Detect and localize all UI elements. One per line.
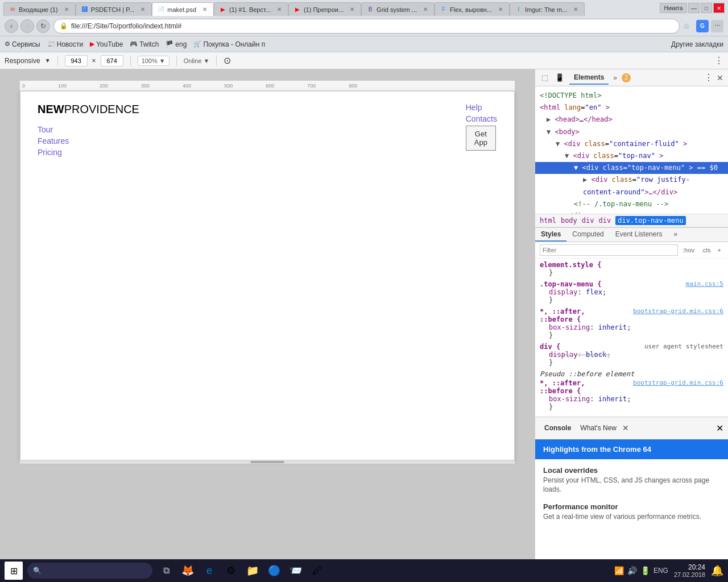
dom-line[interactable]: ▶ <head>…</head>	[535, 114, 728, 126]
tab-close-button[interactable]: ✕	[572, 6, 580, 14]
nav-link-help[interactable]: Help	[466, 103, 482, 112]
browser-tab-flex[interactable]: FFlex, выровн...✕	[435, 2, 510, 16]
browser-tab-gmail[interactable]: ✉Входящие (1)✕	[3, 2, 76, 16]
browser-tab-psdetch[interactable]: 🅿PSDETCH | P...✕	[76, 2, 152, 16]
dom-line[interactable]: ▼ <body>	[535, 126, 728, 138]
bookmark-services[interactable]: ⚙ Сервисы	[5, 40, 40, 48]
taskbar-app-chrome[interactable]: 🔵	[265, 562, 283, 580]
close-whats-new[interactable]: ✕	[622, 423, 629, 433]
taskbar-app-settings[interactable]: ⚙	[222, 562, 240, 580]
styles-filter-input[interactable]	[540, 244, 678, 256]
browser-tab-maket[interactable]: 📄maket.psd✕	[152, 2, 214, 16]
whats-new-tab[interactable]: What's New	[576, 422, 621, 434]
style-close-brace: }	[540, 331, 723, 339]
taskbar-app-files[interactable]: 📁	[243, 562, 262, 580]
bookmark-shop[interactable]: 🛒 Покупка - Онлайн п	[193, 40, 265, 48]
url-bar[interactable]: 🔒 file:///E:/Site/To/portfolio/indext.ht…	[53, 19, 680, 34]
breadcrumb-div1[interactable]: div	[582, 217, 594, 225]
tab-elements[interactable]: Elements	[569, 71, 609, 85]
network-icon[interactable]: 📶	[614, 566, 624, 575]
taskbar-search[interactable]: 🔍	[27, 563, 152, 579]
dom-line[interactable]: ▶ <div class="row justify-	[535, 174, 728, 186]
width-input[interactable]	[65, 55, 88, 66]
dom-line[interactable]: ▼ <div class="container-fluid" >	[535, 138, 728, 150]
bookmark-twitch[interactable]: 🎮 Twitch	[130, 40, 159, 48]
notifications-button[interactable]: 🔔	[711, 564, 723, 577]
close-bottom-panel[interactable]: ✕	[716, 423, 723, 434]
taskbar-time[interactable]: 20:24 27.02.2018	[674, 563, 705, 578]
scroll-handle[interactable]	[250, 461, 284, 463]
filter-add[interactable]: +	[715, 246, 723, 254]
console-tab[interactable]: Console	[540, 422, 576, 434]
styles-tab-event-listeners[interactable]: Event Listeners	[610, 228, 668, 242]
nav-link-contacts[interactable]: Contacts	[466, 114, 497, 123]
devtools-close-button[interactable]: ✕	[717, 73, 723, 82]
bookmark-eng[interactable]: 🏴 eng	[166, 40, 187, 48]
throttle-button[interactable]: Online ▼	[184, 57, 210, 64]
tab-close-button[interactable]: ✕	[63, 6, 71, 14]
tab-close-button[interactable]: ✕	[421, 6, 429, 14]
filter-hov[interactable]: :hov	[680, 246, 697, 254]
dom-line[interactable]: <!DOCTYPE html>	[535, 90, 728, 102]
dom-line[interactable]: content-around">…</div>	[535, 186, 728, 198]
dom-line-selected[interactable]: ▼ <div class="top-nav-menu" > == $0	[535, 162, 728, 174]
more-options-button[interactable]: ⋮	[714, 55, 723, 66]
browser-tab-imgur[interactable]: IImgur: The m...✕	[510, 2, 585, 16]
height-input[interactable]	[101, 55, 123, 66]
dom-line[interactable]: <html lang="en" >	[535, 102, 728, 114]
inspect-icon[interactable]: ⬚	[540, 73, 550, 83]
back-button[interactable]: ‹	[5, 19, 18, 33]
ext-icon-1[interactable]: G	[696, 20, 709, 32]
nav-link-tour[interactable]: Tour	[38, 125, 139, 134]
responsive-dropdown-icon[interactable]: ▼	[45, 57, 51, 64]
start-button[interactable]: ⊞	[5, 562, 23, 580]
tab-close-button[interactable]: ✕	[201, 6, 209, 14]
forward-button[interactable]: ›	[20, 19, 34, 33]
nav-link-features[interactable]: Features	[38, 136, 139, 146]
taskbar-app-edge[interactable]: e	[200, 562, 218, 580]
taskbar-app-telegram[interactable]: 📨	[287, 562, 305, 580]
sound-icon[interactable]: 🔊	[627, 566, 637, 575]
devtools-more-button[interactable]: ⋮	[704, 72, 713, 83]
browser-tab-youtube1[interactable]: ▶(1) #1. Верст...✕	[214, 2, 288, 16]
dom-line[interactable]: ▼ <div class="top-nav" >	[535, 150, 728, 162]
more-tabs-button[interactable]: »	[613, 74, 617, 82]
lang-indicator[interactable]: ENG	[653, 567, 668, 575]
win-restore[interactable]: □	[701, 3, 712, 13]
device-icon[interactable]: 📱	[555, 73, 565, 83]
win-minimize[interactable]: —	[688, 3, 700, 13]
tab-close-button[interactable]: ✕	[348, 6, 356, 14]
taskbar-app-figma[interactable]: 🖊	[308, 562, 326, 580]
styles-tab-computed[interactable]: Computed	[566, 228, 609, 242]
taskbar-app-taskview[interactable]: ⧉	[157, 562, 175, 580]
styles-tab-styles[interactable]: Styles	[535, 228, 566, 242]
dom-line[interactable]: <!-- /.top-nav-menu -->	[535, 198, 728, 210]
sync-icon[interactable]: ⊙	[224, 55, 231, 66]
tab-close-button[interactable]: ✕	[139, 6, 147, 14]
browser-tab-youtube2[interactable]: ▶(1) Препрои...✕	[288, 2, 361, 16]
ext-icon-2[interactable]: ⋯	[711, 20, 723, 32]
nav-link-pricing[interactable]: Pricing	[38, 148, 139, 157]
tab-close-button[interactable]: ✕	[497, 6, 504, 14]
other-bookmarks[interactable]: Другие закладки	[671, 40, 723, 48]
win-close[interactable]: ✕	[713, 3, 725, 13]
bookmark-youtube[interactable]: ▶ YouTube	[90, 40, 123, 48]
style-source-link[interactable]: main.css:5	[686, 280, 723, 288]
style-source-link[interactable]: bootstrap-grid.min.css:6	[633, 307, 723, 315]
style-source-link[interactable]: bootstrap-grid.min.css:6	[633, 379, 723, 386]
bookmark-star[interactable]: ☆	[683, 22, 690, 31]
browser-tab-bootstrap[interactable]: BGrid system ...✕	[361, 2, 435, 16]
taskbar-app-firefox[interactable]: 🦊	[179, 562, 197, 580]
breadcrumb-top-nav-menu[interactable]: div.top-nav-menu	[615, 216, 686, 225]
zoom-button[interactable]: 100% ▼	[138, 56, 169, 66]
filter-cls[interactable]: .cls	[699, 246, 713, 254]
breadcrumb-html[interactable]: html	[540, 217, 556, 225]
styles-tab-more[interactable]: »	[668, 228, 683, 242]
breadcrumb-div2[interactable]: div	[599, 217, 611, 225]
breadcrumb-body[interactable]: body	[561, 217, 577, 225]
battery-icon[interactable]: 🔋	[640, 566, 650, 575]
bookmark-news[interactable]: 📰 Новости	[47, 40, 83, 48]
get-app-button[interactable]: GetApp	[466, 126, 496, 151]
reload-button[interactable]: ↻	[36, 19, 50, 33]
tab-close-button[interactable]: ✕	[275, 6, 283, 14]
